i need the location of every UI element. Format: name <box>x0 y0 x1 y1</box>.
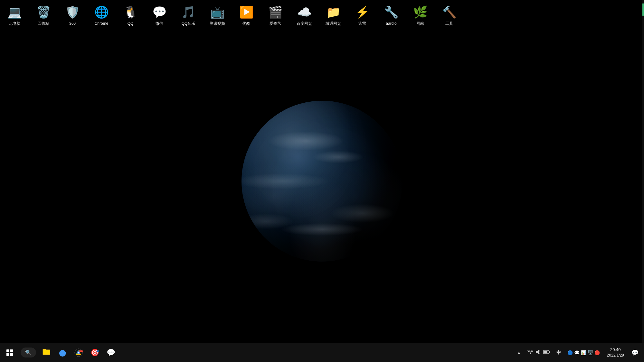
earth-wallpaper <box>242 101 402 262</box>
aardio-icon: 🔧 <box>384 5 399 20</box>
desktop-icon-aardio[interactable]: 🔧 aardio <box>377 3 406 28</box>
taskbar-expand-tray[interactable]: ▲ <box>515 349 524 356</box>
taskbar-file-explorer[interactable] <box>39 344 54 361</box>
360-icon: 🛡️ <box>65 5 80 20</box>
taskbar-chrome[interactable] <box>71 344 86 361</box>
desktop-icon-youku[interactable]: ▶️ 优酷 <box>232 3 261 28</box>
tray-icon-5: 🔴 <box>594 350 600 355</box>
taskbar-app-icons: ⬤ 🎯 💬 <box>37 344 120 361</box>
chrome-label: Chrome <box>95 21 109 26</box>
taskbar-extra-tray[interactable]: 🔵 💬 📊 🖥️ 🔴 <box>565 349 602 357</box>
desktop-icon-iqiyi[interactable]: 🎬 爱奇艺 <box>261 3 290 28</box>
aardio-label: aardio <box>386 21 396 26</box>
svg-marker-8 <box>536 350 539 354</box>
tencent-label: 腾讯视频 <box>210 21 225 26</box>
desktop-icon-tools[interactable]: 🔨 工具 <box>435 3 464 28</box>
desktop-icon-tencent[interactable]: 📺 腾讯视频 <box>203 3 232 28</box>
cortana-icon: ⬤ <box>59 349 66 357</box>
desktop-icon-pc[interactable]: 💻 此电脑 <box>0 3 29 28</box>
taskbar-wechat[interactable]: 💬 <box>103 344 118 361</box>
clock-time: 20:40 <box>610 347 621 353</box>
svg-rect-2 <box>43 350 50 354</box>
desktop-icons-row: 💻 此电脑 🗑️ 回收站 🛡️ 360 🌐 Chrome 🐧 QQ 💬 微信 🎵… <box>0 0 644 31</box>
taskbar-right: ▲ <box>515 344 644 361</box>
tools-label: 工具 <box>445 21 453 26</box>
qq-icon: 🐧 <box>123 5 138 20</box>
desktop-icon-baidu[interactable]: ☁️ 百度网盘 <box>290 3 319 28</box>
taskbar-search[interactable]: 🔍 <box>21 348 36 357</box>
pc-icon: 💻 <box>7 5 22 20</box>
tools-icon: 🔨 <box>441 5 457 20</box>
pc-label: 此电脑 <box>9 21 20 26</box>
qq-label: QQ <box>128 21 134 26</box>
earth-clouds <box>242 101 402 262</box>
file-explorer-icon <box>42 348 51 358</box>
taskbar-clock[interactable]: 20:40 2022/1/29 <box>604 346 627 359</box>
chrome-icon: 🌐 <box>94 5 109 20</box>
tray-icon-4: 🖥️ <box>588 350 593 355</box>
iqiyi-icon: 🎬 <box>268 5 283 20</box>
svg-rect-11 <box>543 351 547 353</box>
right-scrollbar <box>642 0 644 343</box>
wangzhan-label: 网站 <box>416 21 424 26</box>
recycle-icon: 🗑️ <box>36 5 51 20</box>
youku-label: 优酷 <box>242 21 250 26</box>
desktop-background <box>0 0 644 362</box>
iqiyi-label: 爱奇艺 <box>270 21 281 26</box>
360-label: 360 <box>69 21 76 26</box>
desktop-icon-wechat[interactable]: 💬 微信 <box>145 3 174 28</box>
svg-rect-1 <box>43 349 46 350</box>
svg-point-6 <box>78 352 80 353</box>
youku-icon: ▶️ <box>239 5 254 20</box>
chrome-icon <box>74 348 83 357</box>
qqmusic-label: QQ音乐 <box>182 21 195 26</box>
tray-icon-3: 📊 <box>581 350 586 355</box>
tray-icon-1: 🔵 <box>567 350 573 355</box>
taskbar-cortana[interactable]: ⬤ <box>55 344 70 361</box>
chengtong-icon: 📁 <box>326 5 341 20</box>
desktop-icon-wangzhan[interactable]: 🌿 网站 <box>406 3 435 28</box>
desktop-icon-360[interactable]: 🛡️ 360 <box>58 3 87 28</box>
xunlei-icon: ⚡ <box>355 5 370 20</box>
desktop-icon-qq[interactable]: 🐧 QQ <box>116 3 145 28</box>
taskbar: 🔍 ⬤ <box>0 343 644 362</box>
clock-date: 2022/1/29 <box>607 353 624 358</box>
taskbar-tray-icons[interactable] <box>525 348 553 357</box>
desktop-icon-xunlei[interactable]: ⚡ 迅雷 <box>348 3 377 28</box>
wechat-icon: 💬 <box>107 348 115 357</box>
wangzhan-icon: 🌿 <box>412 5 428 20</box>
svg-rect-7 <box>530 353 531 354</box>
network-icon <box>527 349 533 356</box>
wechat-label: 微信 <box>156 21 163 26</box>
notification-button[interactable]: 💬 <box>629 344 641 361</box>
qqmusic-icon: 🎵 <box>181 5 196 20</box>
baidu-label: 百度网盘 <box>297 21 312 26</box>
recycle-label: 回收站 <box>38 21 49 26</box>
chengtong-label: 城通网盘 <box>326 21 341 26</box>
windows-icon <box>6 349 13 356</box>
expand-tray-icon: ▲ <box>517 350 521 355</box>
volume-icon <box>535 349 541 356</box>
tencent-icon: 📺 <box>210 5 225 20</box>
notification-icon: 💬 <box>631 349 639 356</box>
app4-icon: 🎯 <box>90 348 99 357</box>
baidu-icon: ☁️ <box>297 5 312 20</box>
desktop-icon-qqmusic[interactable]: 🎵 QQ音乐 <box>174 3 203 28</box>
battery-icon <box>543 350 550 355</box>
xunlei-label: 迅雷 <box>358 21 366 26</box>
start-button[interactable] <box>1 344 18 361</box>
desktop-icon-chrome[interactable]: 🌐 Chrome <box>87 3 116 28</box>
desktop-icon-recycle[interactable]: 🗑️ 回收站 <box>29 3 58 28</box>
ime-text: 中 <box>556 350 561 356</box>
taskbar-app4[interactable]: 🎯 <box>87 344 102 361</box>
svg-rect-10 <box>549 351 550 353</box>
ime-indicator[interactable]: 中 <box>554 348 564 357</box>
search-icon: 🔍 <box>25 349 32 356</box>
tray-icon-2: 💬 <box>574 350 580 355</box>
desktop-icon-chengtong[interactable]: 📁 城通网盘 <box>319 3 348 28</box>
wechat-icon: 💬 <box>152 5 167 20</box>
